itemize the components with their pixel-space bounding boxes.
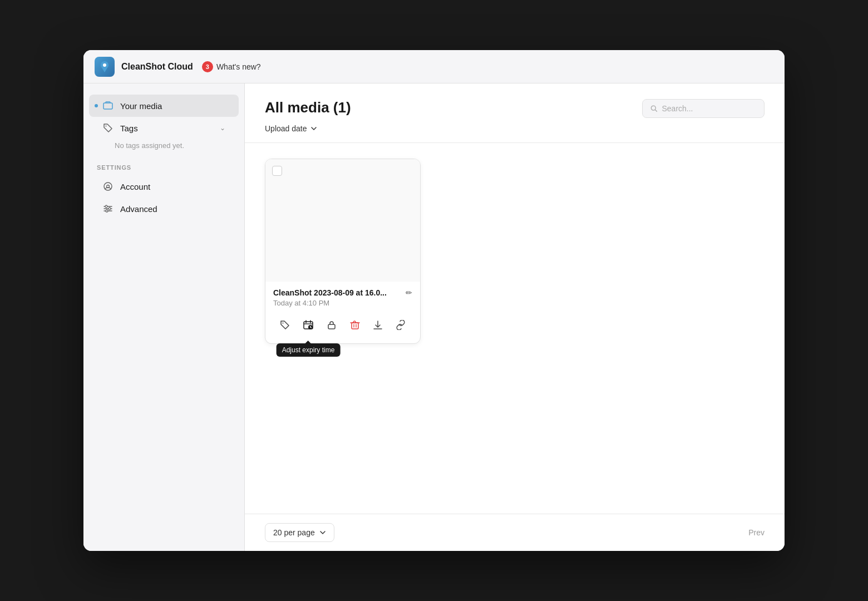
svg-line-12 — [655, 110, 657, 111]
per-page-chevron-icon — [319, 529, 326, 536]
svg-line-20 — [310, 327, 312, 328]
per-page-label: 20 per page — [273, 528, 315, 537]
sort-label: Upload date — [265, 124, 307, 133]
sidebar-item-account[interactable]: Account — [89, 175, 239, 198]
expiry-action-icon[interactable]: Adjust expiry time — [300, 317, 316, 336]
tags-empty-message: No tags assigned yet. — [83, 139, 244, 155]
search-box[interactable] — [642, 99, 765, 118]
active-indicator — [95, 104, 98, 107]
sidebar-label-advanced: Advanced — [120, 204, 157, 214]
sort-bar: Upload date — [245, 118, 785, 143]
delete-action-icon[interactable] — [348, 318, 362, 335]
settings-section-label: SETTINGS — [83, 155, 244, 175]
titlebar: CleanShot Cloud 3 What's new? — [83, 50, 785, 83]
page-title: All media (1) — [265, 99, 351, 116]
svg-point-13 — [282, 323, 283, 324]
app-logo — [95, 57, 115, 77]
card-info: CleanShot 2023-08-09 at 16.0... ✏ Today … — [265, 282, 420, 312]
svg-point-2 — [106, 126, 107, 127]
content-area: All media (1) Upload date — [245, 83, 785, 551]
main-layout: Your media Tags ⌄ No tags assigned yet. … — [83, 83, 785, 551]
tags-chevron-icon: ⌄ — [220, 124, 225, 132]
notification-count: 3 — [202, 61, 213, 72]
search-input[interactable] — [662, 104, 756, 113]
app-title: CleanShot Cloud — [121, 62, 193, 72]
card-title: CleanShot 2023-08-09 at 16.0... — [273, 288, 401, 297]
card-checkbox[interactable] — [272, 166, 282, 176]
sidebar-label-account: Account — [120, 182, 150, 191]
app-window: CleanShot Cloud 3 What's new? Your media — [83, 50, 785, 551]
lock-action-icon[interactable] — [324, 318, 339, 335]
sidebar-item-tags[interactable]: Tags ⌄ — [89, 117, 239, 139]
svg-rect-21 — [328, 324, 335, 329]
svg-point-8 — [105, 205, 107, 208]
svg-rect-22 — [352, 323, 358, 329]
svg-rect-1 — [103, 103, 112, 109]
whats-new-label: What's new? — [216, 62, 261, 71]
your-media-icon — [102, 100, 114, 111]
sidebar-item-advanced[interactable]: Advanced — [89, 198, 239, 220]
sidebar-label-tags: Tags — [120, 124, 138, 133]
media-card: CleanShot 2023-08-09 at 16.0... ✏ Today … — [265, 159, 421, 344]
account-icon — [102, 181, 114, 192]
tags-icon — [102, 122, 114, 134]
sidebar: Your media Tags ⌄ No tags assigned yet. … — [83, 83, 245, 551]
svg-point-0 — [103, 63, 106, 67]
advanced-icon — [102, 203, 114, 214]
link-action-icon[interactable] — [393, 318, 408, 335]
sidebar-item-your-media[interactable]: Your media — [89, 95, 239, 117]
sidebar-label-your-media: Your media — [120, 101, 162, 111]
download-action-icon[interactable] — [371, 318, 385, 335]
sort-button[interactable]: Upload date — [265, 124, 317, 133]
card-date: Today at 4:10 PM — [273, 299, 412, 307]
per-page-select[interactable]: 20 per page — [265, 523, 334, 542]
sort-chevron-icon — [310, 125, 317, 132]
media-grid: CleanShot 2023-08-09 at 16.0... ✏ Today … — [245, 143, 785, 514]
expiry-tooltip: Adjust expiry time — [277, 343, 341, 357]
svg-point-9 — [108, 208, 111, 210]
card-thumbnail — [265, 159, 420, 282]
prev-button[interactable]: Prev — [748, 528, 765, 537]
tag-action-icon[interactable] — [278, 318, 292, 335]
svg-point-10 — [106, 210, 108, 212]
card-title-row: CleanShot 2023-08-09 at 16.0... ✏ — [273, 288, 412, 297]
edit-icon[interactable]: ✏ — [406, 288, 412, 297]
search-icon — [650, 105, 657, 112]
card-actions: Adjust expiry time — [265, 312, 420, 343]
pagination-bar: 20 per page Prev — [245, 514, 785, 551]
whats-new-badge[interactable]: 3 What's new? — [202, 61, 261, 72]
content-header: All media (1) — [245, 83, 785, 118]
